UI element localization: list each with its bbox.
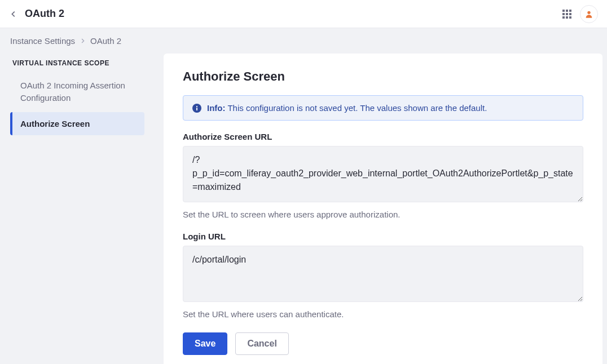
apps-grid-icon[interactable]: [562, 9, 572, 19]
form-group-authorize-url: Authorize Screen URL /?p_p_id=com_lifera…: [183, 132, 583, 219]
action-buttons: Save Cancel: [183, 332, 583, 355]
svg-rect-7: [566, 16, 568, 19]
back-chevron-icon[interactable]: [9, 10, 18, 19]
content-area: Instance Settings OAuth 2 VIRTUAL INSTAN…: [0, 28, 607, 364]
topbar: OAuth 2: [0, 0, 607, 28]
svg-rect-5: [569, 13, 571, 15]
cancel-button[interactable]: Cancel: [235, 332, 288, 355]
breadcrumb-link-instance-settings[interactable]: Instance Settings: [10, 36, 75, 46]
svg-rect-8: [569, 16, 571, 19]
svg-rect-1: [566, 10, 568, 12]
svg-rect-3: [562, 13, 565, 15]
topbar-left: OAuth 2: [9, 8, 64, 20]
svg-rect-2: [569, 10, 571, 12]
info-alert: Info: This configuration is not saved ye…: [183, 95, 583, 121]
login-url-help: Set the URL where users can authenticate…: [183, 309, 583, 319]
save-button[interactable]: Save: [183, 332, 227, 355]
authorize-url-input[interactable]: /?p_p_id=com_liferay_oauth2_provider_web…: [183, 146, 583, 202]
svg-point-9: [587, 11, 590, 14]
login-url-input[interactable]: /c/portal/login: [183, 246, 583, 302]
alert-prefix: Info:: [207, 103, 225, 113]
main-layout: VIRTUAL INSTANCE SCOPE OAuth 2 Incoming …: [0, 54, 607, 364]
svg-rect-12: [196, 106, 197, 107]
breadcrumb: Instance Settings OAuth 2: [0, 28, 607, 54]
svg-rect-0: [562, 10, 565, 12]
panel-heading: Authorize Screen: [183, 69, 583, 84]
topbar-right: [562, 5, 598, 23]
sidebar-scope-heading: VIRTUAL INSTANCE SCOPE: [10, 56, 144, 74]
info-icon: [192, 104, 201, 113]
svg-rect-4: [566, 13, 568, 15]
svg-rect-11: [196, 108, 197, 110]
breadcrumb-current: OAuth 2: [90, 36, 121, 46]
form-group-login-url: Login URL /c/portal/login Set the URL wh…: [183, 232, 583, 319]
authorize-url-help: Set the URL to screen where users approv…: [183, 210, 583, 219]
authorize-url-label: Authorize Screen URL: [183, 132, 583, 141]
alert-text-wrap: Info: This configuration is not saved ye…: [207, 103, 487, 113]
login-url-label: Login URL: [183, 232, 583, 241]
chevron-right-icon: [80, 38, 86, 44]
alert-text: This configuration is not saved yet. The…: [225, 103, 487, 113]
sidebar-item-oauth2-incoming[interactable]: OAuth 2 Incoming Assertion Configuration: [10, 74, 144, 110]
page-title: OAuth 2: [25, 8, 64, 20]
user-avatar[interactable]: [580, 5, 598, 23]
sidebar: VIRTUAL INSTANCE SCOPE OAuth 2 Incoming …: [5, 54, 150, 364]
svg-rect-6: [562, 16, 565, 19]
sidebar-item-authorize-screen[interactable]: Authorize Screen: [10, 112, 144, 136]
settings-panel: Authorize Screen Info: This configuratio…: [164, 54, 602, 364]
